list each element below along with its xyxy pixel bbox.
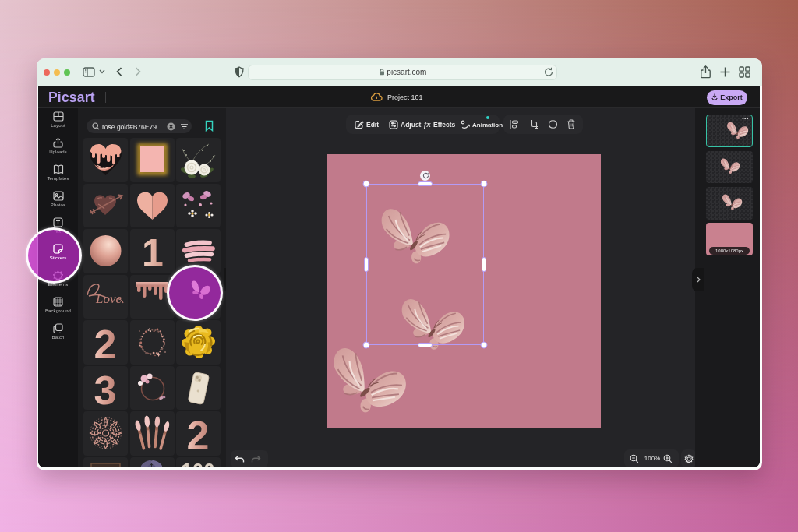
svg-text:2: 2 xyxy=(187,413,210,456)
svg-text:1: 1 xyxy=(142,231,164,273)
svg-text:100: 100 xyxy=(181,459,214,468)
svg-text:3: 3 xyxy=(94,367,117,410)
svg-text:2: 2 xyxy=(94,322,117,365)
